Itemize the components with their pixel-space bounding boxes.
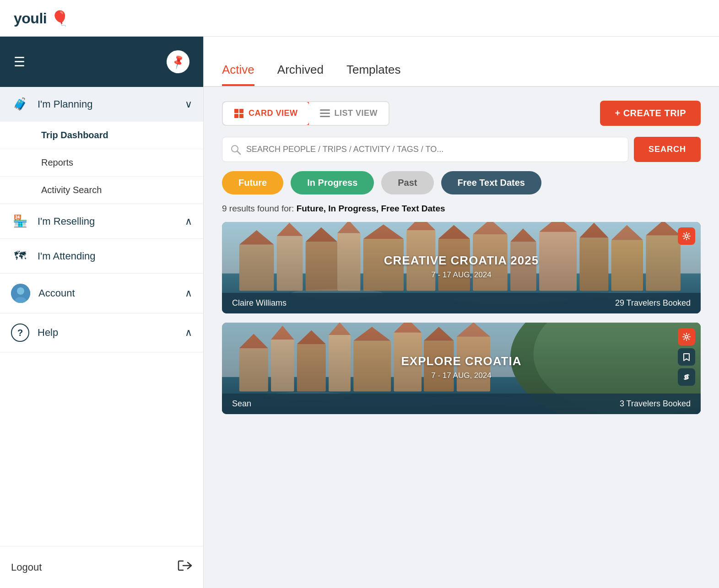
svg-rect-7 [239,114,243,118]
content-scroll: CARD VIEW LIST VIEW + CREATE TRIP [204,87,719,588]
sidebar-item-help[interactable]: ? Help ∧ [0,313,203,352]
logo-text: youli 🎈 [14,10,69,27]
reselling-label: I'm Reselling [38,216,177,227]
bookmark-icon [683,353,690,361]
logo-bar: youli 🎈 [0,0,719,37]
planning-label: I'm Planning [38,98,177,110]
trip-card-actions [678,227,695,245]
list-view-button[interactable]: LIST VIEW [309,102,389,125]
sidebar-section-reselling: 🏪 I'm Reselling ∧ [0,204,203,239]
search-button[interactable]: SEARCH [634,137,701,162]
svg-rect-9 [320,113,330,114]
results-text: 9 results found for: Future, In Progress… [222,204,701,214]
help-label: Help [38,327,177,339]
trip-settings-button-2[interactable] [678,328,695,345]
planning-sub-items: Trip Dashboard Reports Activity Search [0,121,203,204]
sidebar-item-activity-search[interactable]: Activity Search [0,176,203,204]
trip-card-croatia-2025[interactable]: CREATIVE CROATIA 2025 7 - 17 AUG, 2024 C… [222,222,701,313]
account-chevron: ∧ [185,287,192,299]
svg-point-44 [685,235,688,237]
svg-point-67 [685,335,688,338]
trip-travelers-2: 3 Travelers Booked [620,399,691,409]
trip-dates: 7 - 17 AUG, 2024 [384,270,539,280]
sidebar-section-account: Account ∧ [0,274,203,313]
trip-travelers: 29 Travelers Booked [615,298,691,308]
toolbar-row: CARD VIEW LIST VIEW + CREATE TRIP [222,101,701,126]
hamburger-icon[interactable]: ☰ [14,54,25,70]
trip-link-button[interactable] [678,368,695,386]
svg-point-1 [17,287,24,295]
trip-card-footer-2: Sean 3 Travelers Booked [222,394,701,414]
help-chevron: ∧ [185,327,192,339]
planning-chevron: ∨ [185,98,192,110]
trip-title: CREATIVE CROATIA 2025 [384,254,539,268]
results-prefix: 9 results found for: [222,204,297,213]
filter-future[interactable]: Future [222,171,283,194]
account-avatar [11,284,30,303]
search-row: SEARCH [222,137,701,162]
gear-icon [682,232,691,240]
filter-past[interactable]: Past [381,171,433,194]
card-view-button[interactable]: CARD VIEW [222,101,310,126]
logo-icon: 🎈 [47,10,69,27]
trip-card-actions-2 [678,328,695,386]
sidebar-item-trip-dashboard[interactable]: Trip Dashboard [0,121,203,149]
card-center-content: CREATIVE CROATIA 2025 7 - 17 AUG, 2024 [384,254,539,280]
content-area: Active Archived Templates CARD VIEW [204,37,719,588]
map-icon: 🗺 [11,249,29,263]
logo-wordmark: youli [14,10,47,27]
trip-title-2: EXPLORE CROATIA [401,354,522,368]
filter-pills: Future In Progress Past Free Text Dates [222,171,701,194]
logout-row[interactable]: Logout [0,546,203,588]
list-view-icon [320,109,330,118]
sidebar-item-account[interactable]: Account ∧ [0,274,203,313]
tab-archived[interactable]: Archived [277,63,324,86]
reselling-chevron: ∧ [185,216,192,227]
logout-label: Logout [11,561,42,573]
svg-rect-6 [234,114,238,118]
tab-active[interactable]: Active [222,63,254,86]
tabs-bar: Active Archived Templates [204,37,719,87]
svg-rect-10 [320,116,330,117]
create-trip-button[interactable]: + CREATE TRIP [600,101,701,126]
store-icon: 🏪 [11,214,29,228]
sidebar-header: ☰ 📌 [0,37,203,87]
sidebar-item-planning[interactable]: 🧳 I'm Planning ∨ [0,87,203,121]
card-center-content-2: EXPLORE CROATIA 7 - 17 AUG, 2024 [401,354,522,380]
tab-templates[interactable]: Templates [346,63,401,86]
sidebar-section-planning: 🧳 I'm Planning ∨ Trip Dashboard Reports … [0,87,203,204]
svg-rect-5 [239,109,243,113]
luggage-icon: 🧳 [11,97,29,111]
logout-icon [178,559,192,575]
trip-card-footer: Claire Williams 29 Travelers Booked [222,293,701,313]
sidebar-section-help: ? Help ∧ [0,313,203,352]
trip-organizer-2: Sean [232,399,251,409]
svg-line-12 [238,151,241,154]
link-icon [682,372,691,382]
svg-rect-4 [234,109,238,113]
main-layout: ☰ 📌 🧳 I'm Planning ∨ Trip Dashboard Repo… [0,37,719,588]
sidebar-item-reselling[interactable]: 🏪 I'm Reselling ∧ [0,204,203,238]
account-label: Account [38,287,177,299]
sidebar-section-attending: 🗺 I'm Attending [0,239,203,274]
sidebar-item-reports[interactable]: Reports [0,149,203,176]
help-icon: ? [11,324,29,342]
search-input-wrap [222,137,628,162]
card-view-icon [234,108,244,119]
trip-bookmark-button[interactable] [678,348,695,366]
sidebar-item-attending[interactable]: 🗺 I'm Attending [0,239,203,273]
trip-card-explore-croatia[interactable]: EXPLORE CROATIA 7 - 17 AUG, 2024 Sean 3 … [222,323,701,414]
view-toggle: CARD VIEW LIST VIEW [222,101,389,126]
svg-rect-8 [320,109,330,111]
gear-icon-2 [682,333,691,341]
search-input[interactable] [246,137,620,162]
sidebar: ☰ 📌 🧳 I'm Planning ∨ Trip Dashboard Repo… [0,37,204,588]
trip-dates-2: 7 - 17 AUG, 2024 [401,371,522,380]
trip-organizer: Claire Williams [232,298,287,308]
attending-label: I'm Attending [38,250,184,262]
filter-in-progress[interactable]: In Progress [291,171,374,194]
pin-icon[interactable]: 📌 [162,46,194,77]
trip-settings-button[interactable] [678,227,695,245]
logo: youli 🎈 [14,10,69,27]
filter-free-text-dates[interactable]: Free Text Dates [441,171,541,194]
